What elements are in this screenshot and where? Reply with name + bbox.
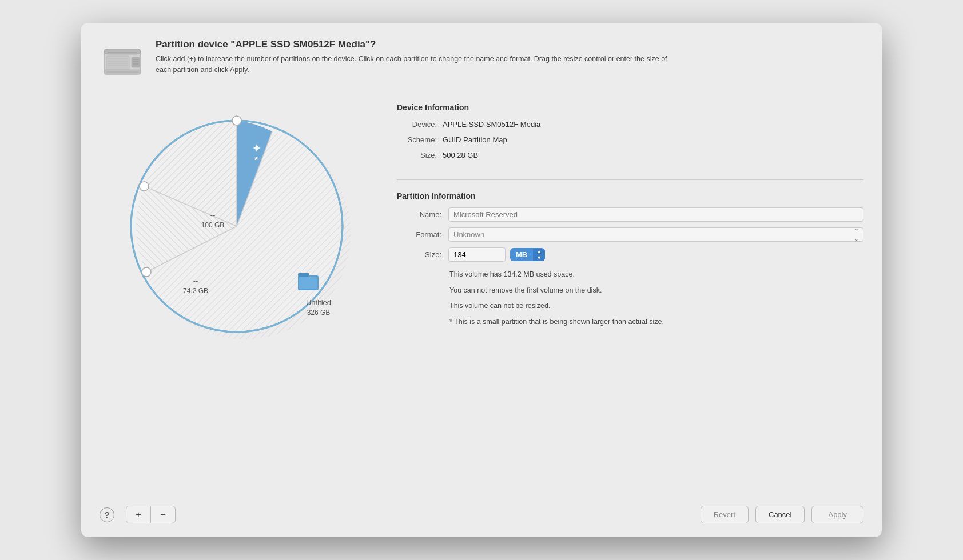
name-input-wrapper (448, 207, 863, 222)
unit-stepper: MB ▲ ▼ (510, 248, 545, 261)
svg-rect-32 (299, 277, 317, 289)
svg-text:--: -- (210, 211, 216, 219)
main-content: ✦ * (100, 101, 863, 481)
dialog-description: Click add (+) to increase the number of … (156, 54, 670, 75)
section-divider (397, 179, 863, 180)
remove-partition-button[interactable]: − (151, 506, 175, 523)
stepper-buttons: ▲ ▼ (533, 249, 545, 261)
add-remove-buttons: + − (126, 506, 176, 523)
size-row: MB ▲ ▼ (448, 247, 863, 262)
size-value: 500.28 GB (443, 150, 863, 162)
size-field-label: Size: (397, 250, 448, 259)
resize-handle-bottom-left[interactable] (142, 267, 151, 277)
partition-notes: This volume has 134.2 MB used space. You… (449, 270, 863, 327)
svg-rect-9 (132, 57, 140, 67)
unit-label: MB (510, 248, 533, 261)
note-cannot-resize: This volume can not be resized. (449, 301, 863, 311)
size-input[interactable] (448, 247, 506, 262)
cancel-button[interactable]: Cancel (755, 506, 805, 523)
name-input[interactable] (448, 207, 863, 222)
unit-decrement-button[interactable]: ▼ (533, 255, 545, 261)
partition-dialog: Partition device "APPLE SSD SM0512F Medi… (81, 23, 882, 537)
svg-rect-31 (298, 273, 309, 277)
device-label: Device: (397, 119, 443, 131)
header-text: Partition device "APPLE SSD SM0512F Medi… (156, 39, 670, 75)
chart-area: ✦ * (100, 101, 374, 346)
hdd-icon (100, 39, 145, 85)
format-field-label: Format: (397, 230, 448, 239)
dialog-header: Partition device "APPLE SSD SM0512F Medi… (100, 39, 863, 85)
partition-info-title: Partition Information (397, 191, 863, 201)
note-cannot-remove: You can not remove the first volume on t… (449, 286, 863, 296)
partition-info-grid: Name: Format: Unknown ⌃⌄ Size: (397, 207, 863, 262)
svg-text:✦: ✦ (252, 143, 261, 154)
partition-pie-chart: ✦ * (117, 106, 357, 346)
svg-rect-4 (106, 56, 129, 70)
apply-button[interactable]: Apply (811, 506, 863, 523)
note-used-space: This volume has 134.2 MB used space. (449, 270, 863, 280)
svg-text:--: -- (193, 277, 198, 285)
note-small-partition: * This is a small partition that is bein… (449, 317, 863, 327)
resize-handle-left[interactable] (140, 182, 149, 191)
help-button[interactable]: ? (100, 507, 114, 522)
scheme-value: GUID Partition Map (443, 134, 863, 146)
device-info-grid: Device: APPLE SSD SM0512F Media Scheme: … (397, 119, 863, 161)
svg-text:*: * (254, 155, 258, 165)
pie-container: ✦ * (117, 106, 357, 346)
device-value: APPLE SSD SM0512F Media (443, 119, 863, 131)
svg-text:74.2 GB: 74.2 GB (183, 287, 208, 295)
size-label: Size: (397, 150, 443, 162)
svg-text:326 GB: 326 GB (307, 309, 331, 317)
device-info-title: Device Information (397, 103, 863, 112)
name-field-label: Name: (397, 210, 448, 219)
format-select[interactable]: Unknown (448, 227, 863, 242)
format-select-wrapper: Unknown ⌃⌄ (448, 227, 863, 242)
revert-button[interactable]: Revert (701, 506, 749, 523)
dialog-title: Partition device "APPLE SSD SM0512F Medi… (156, 39, 670, 50)
bottom-bar: ? + − Revert Cancel Apply (100, 497, 863, 523)
unit-increment-button[interactable]: ▲ (533, 249, 545, 255)
svg-rect-1 (104, 49, 141, 54)
partition-info-section: Partition Information Name: Format: Unkn… (397, 189, 863, 333)
svg-text:Untitled: Untitled (306, 298, 331, 307)
resize-handle-top[interactable] (232, 116, 241, 125)
folder-icon (298, 273, 319, 290)
svg-text:100 GB: 100 GB (201, 221, 225, 229)
add-partition-button[interactable]: + (126, 506, 150, 523)
right-panel: Device Information Device: APPLE SSD SM0… (397, 101, 863, 333)
scheme-label: Scheme: (397, 134, 443, 146)
